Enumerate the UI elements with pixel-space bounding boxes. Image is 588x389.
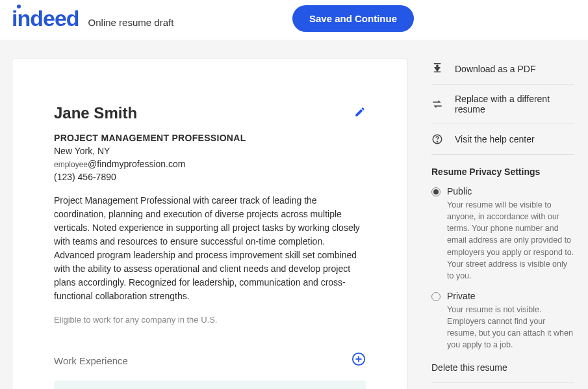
header: indeed Online resume draft Save and Cont… — [0, 0, 588, 40]
privacy-public-option[interactable]: Public Your resume will be visible to an… — [431, 186, 574, 282]
work-experience-section-header: Work Experience — [54, 352, 366, 369]
work-experience-title: Work Experience — [54, 355, 128, 366]
pencil-icon[interactable] — [354, 106, 366, 120]
plus-circle-icon[interactable] — [352, 352, 366, 369]
replace-label: Replace with a different resume — [455, 94, 574, 114]
privacy-private-option[interactable]: Private Your resume is not visible. Empl… — [431, 291, 574, 351]
email-user: employee — [54, 160, 88, 169]
swap-icon — [431, 98, 443, 110]
question-circle-icon — [431, 133, 443, 145]
svg-point-9 — [437, 141, 437, 142]
private-label: Private — [447, 291, 574, 301]
hint-box: Your resume doesn't list a current job, … — [54, 381, 366, 389]
resume-eligibility: Eligible to work for any company in the … — [54, 315, 366, 325]
resume-email: employee@findmyprofession.com — [54, 159, 366, 169]
page-subtitle: Online resume draft — [88, 17, 174, 28]
radio-icon — [431, 187, 441, 196]
public-label: Public — [447, 186, 574, 196]
help-label: Visit the help center — [455, 134, 535, 144]
save-and-continue-button[interactable]: Save and Continue — [292, 5, 414, 32]
resume-summary: Project Management Professional with car… — [54, 194, 366, 303]
resume-card: Jane Smith PROJECT MANAGEMENT PROFESSION… — [12, 58, 408, 389]
delete-resume-link[interactable]: Delete this resume — [431, 362, 574, 382]
logo-text: indeed — [12, 6, 79, 31]
resume-name: Jane Smith — [54, 104, 137, 122]
resume-location: New York, NY — [54, 146, 366, 156]
resume-title: PROJECT MANAGEMENT PROFESSIONAL — [54, 133, 366, 143]
radio-icon — [431, 292, 441, 301]
private-desc: Your resume is not visible. Employers ca… — [447, 304, 574, 351]
indeed-logo[interactable]: indeed — [12, 6, 79, 31]
sidebar: Download as a PDF Replace with a differe… — [431, 58, 574, 389]
help-center-link[interactable]: Visit the help center — [431, 124, 574, 155]
page-body: Jane Smith PROJECT MANAGEMENT PROFESSION… — [0, 40, 588, 389]
public-desc: Your resume will be visible to anyone, i… — [447, 199, 574, 282]
svg-rect-7 — [434, 72, 441, 73]
download-pdf-link[interactable]: Download as a PDF — [431, 63, 574, 85]
resume-phone: (123) 456-7890 — [54, 172, 366, 182]
name-row: Jane Smith — [54, 104, 366, 122]
replace-resume-link[interactable]: Replace with a different resume — [431, 85, 574, 124]
download-icon — [431, 63, 443, 75]
privacy-heading: Resume Privacy Settings — [431, 167, 574, 177]
email-domain: @findmyprofession.com — [88, 159, 185, 169]
download-label: Download as a PDF — [455, 64, 536, 74]
